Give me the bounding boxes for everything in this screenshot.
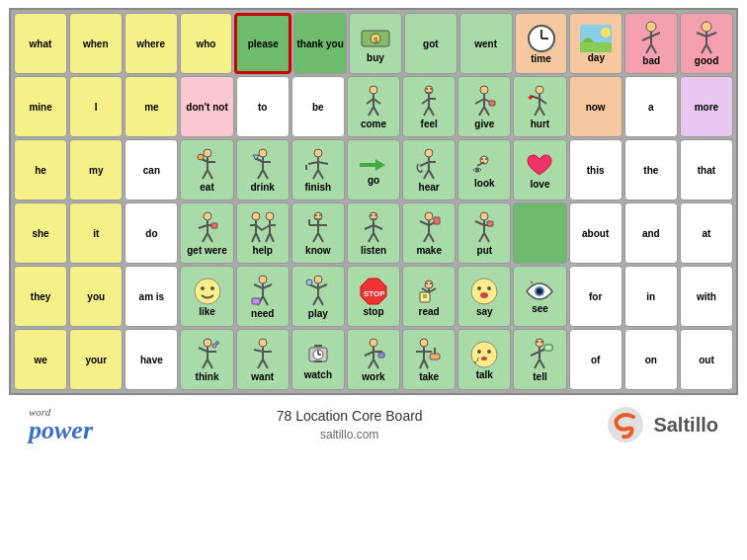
svg-point-149 <box>425 280 433 288</box>
cell-r0-c9[interactable]: time <box>515 13 568 74</box>
cell-r0-c0[interactable]: what <box>14 13 67 74</box>
cell-r3-c2[interactable]: do <box>124 202 178 264</box>
cell-r4-c2[interactable]: am is <box>124 266 178 327</box>
cell-r1-c12[interactable]: more <box>680 76 733 137</box>
cell-r4-c4[interactable]: need <box>236 266 290 327</box>
cell-r2-c8[interactable]: look <box>457 139 511 200</box>
cell-r4-c6[interactable]: STOPstop <box>347 266 400 327</box>
cell-r0-c2[interactable]: where <box>124 13 178 74</box>
cell-r3-c7[interactable]: make <box>402 202 456 264</box>
cell-r2-c0[interactable]: he <box>14 139 67 200</box>
cell-r3-c12[interactable]: at <box>680 202 733 264</box>
cell-r5-c3[interactable]: think <box>180 329 233 390</box>
cell-r4-c12[interactable]: with <box>680 266 733 327</box>
svg-point-55 <box>198 154 204 160</box>
svg-point-35 <box>480 86 488 94</box>
cell-r2-c2[interactable]: can <box>124 139 178 200</box>
cell-r4-c3[interactable]: like <box>180 266 233 327</box>
svg-rect-213 <box>544 345 552 351</box>
cell-r2-c11[interactable]: the <box>624 139 678 200</box>
hurt-icon: ✦ <box>525 85 554 119</box>
cell-r1-c9[interactable]: ✦hurt <box>513 76 566 137</box>
cell-r3-c5[interactable]: know <box>291 202 345 264</box>
cell-r0-c10[interactable]: day <box>569 13 622 74</box>
svg-point-140 <box>314 276 322 283</box>
cell-r5-c1[interactable]: your <box>69 329 123 390</box>
cell-r2-c3[interactable]: eat <box>180 139 233 200</box>
cell-r2-c5[interactable]: finish <box>291 139 345 200</box>
cell-r5-c10[interactable]: of <box>569 329 622 390</box>
cell-r1-c4[interactable]: to <box>236 76 290 137</box>
svg-point-165 <box>204 339 211 347</box>
cell-label-r5-c5: watch <box>304 369 332 380</box>
cell-r3-c3[interactable]: get were <box>180 202 233 264</box>
cell-label-r1-c5: be <box>312 102 324 113</box>
cell-label-r0-c0: what <box>30 39 52 49</box>
cell-r2-c1[interactable]: my <box>69 139 123 200</box>
cell-r3-c11[interactable]: and <box>624 202 678 264</box>
cell-r3-c0[interactable]: she <box>14 202 67 264</box>
cell-r2-c10[interactable]: this <box>569 139 622 200</box>
cell-r2-c6[interactable]: go <box>347 139 400 200</box>
cell-r5-c0[interactable]: we <box>14 329 67 390</box>
cell-r3-c6[interactable]: listen <box>347 202 400 264</box>
cell-r5-c6[interactable]: work <box>347 329 400 390</box>
cell-r2-c12[interactable]: that <box>680 139 733 200</box>
cell-r1-c11[interactable]: a <box>624 76 678 137</box>
svg-point-150 <box>426 282 428 284</box>
cell-r5-c8[interactable]: talk <box>457 329 511 390</box>
svg-point-185 <box>370 339 377 347</box>
cell-r0-c1[interactable]: when <box>69 13 123 74</box>
cell-r0-c12[interactable]: good <box>680 13 733 74</box>
cell-r3-c10[interactable]: about <box>569 202 622 264</box>
cell-label-r3-c3: get were <box>187 245 227 256</box>
cell-label-r2-c12: that <box>698 165 715 176</box>
cell-r2-c4[interactable]: drink <box>236 139 290 200</box>
cell-r3-c8[interactable]: put <box>457 202 511 264</box>
cell-r1-c2[interactable]: me <box>124 76 178 137</box>
cell-r5-c4[interactable]: want <box>236 329 290 390</box>
cell-r5-c9[interactable]: tell <box>513 329 566 390</box>
cell-r2-c7[interactable]: hear <box>402 139 456 200</box>
cell-r5-c5[interactable]: watch <box>291 329 345 390</box>
cell-r3-c1[interactable]: it <box>69 202 123 264</box>
cell-r4-c11[interactable]: in <box>624 266 678 327</box>
cell-r0-c4[interactable]: please <box>234 13 291 74</box>
cell-r4-c8[interactable]: say <box>457 266 511 327</box>
cell-r0-c3[interactable]: who <box>180 13 233 74</box>
cell-r0-c5[interactable]: thank you <box>293 13 347 74</box>
cell-r3-c4[interactable]: help <box>236 202 290 264</box>
cell-r0-c8[interactable]: went <box>459 13 513 74</box>
cell-r3-c9[interactable] <box>513 202 566 264</box>
cell-r1-c0[interactable]: mine <box>14 76 67 137</box>
svg-line-60 <box>258 170 263 179</box>
cell-r1-c3[interactable]: don't not <box>180 76 233 137</box>
cell-r4-c1[interactable]: you <box>69 266 123 327</box>
cell-r5-c7[interactable]: take <box>402 329 456 390</box>
cell-r5-c11[interactable]: on <box>624 329 678 390</box>
svg-line-41 <box>484 107 489 116</box>
cell-r1-c8[interactable]: give <box>457 76 511 137</box>
cell-r1-c6[interactable]: come <box>347 76 400 137</box>
cell-label-r5-c0: we <box>34 355 46 365</box>
svg-line-125 <box>475 221 484 225</box>
cell-r1-c7[interactable]: feel <box>402 76 456 137</box>
cell-r5-c2[interactable]: have <box>124 329 178 390</box>
cell-r1-c10[interactable]: now <box>569 76 622 137</box>
cell-label-r1-c4: to <box>258 102 267 113</box>
cell-r4-c5[interactable]: play <box>291 266 345 327</box>
cell-r0-c11[interactable]: bad <box>624 13 678 74</box>
cell-r4-c10[interactable]: for <box>569 266 622 327</box>
cell-r0-c7[interactable]: got <box>404 13 457 74</box>
cell-label-r0-c11: bad <box>642 55 660 66</box>
cell-r1-c5[interactable]: be <box>291 76 345 137</box>
svg-point-15 <box>702 22 711 32</box>
cell-r4-c0[interactable]: they <box>14 266 67 327</box>
cell-r5-c12[interactable]: out <box>680 329 733 390</box>
cell-r0-c6[interactable]: $buy <box>349 13 402 74</box>
cell-r4-c9[interactable]: see <box>513 266 566 327</box>
cell-r4-c7[interactable]: read <box>402 266 456 327</box>
cell-r1-c1[interactable]: I <box>69 76 123 137</box>
cell-r2-c9[interactable]: love <box>513 139 566 200</box>
svg-line-178 <box>263 360 268 368</box>
